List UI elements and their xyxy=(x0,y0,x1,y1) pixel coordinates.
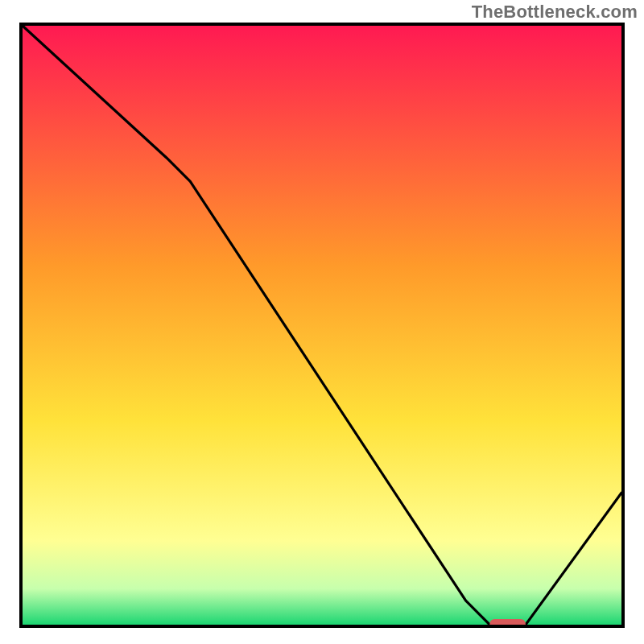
chart-svg xyxy=(23,26,621,625)
chart-container: TheBottleneck.com xyxy=(0,0,644,644)
gradient-background xyxy=(23,26,621,625)
plot-area xyxy=(19,23,625,628)
watermark-text: TheBottleneck.com xyxy=(472,2,638,23)
optimal-range-marker xyxy=(489,619,526,625)
